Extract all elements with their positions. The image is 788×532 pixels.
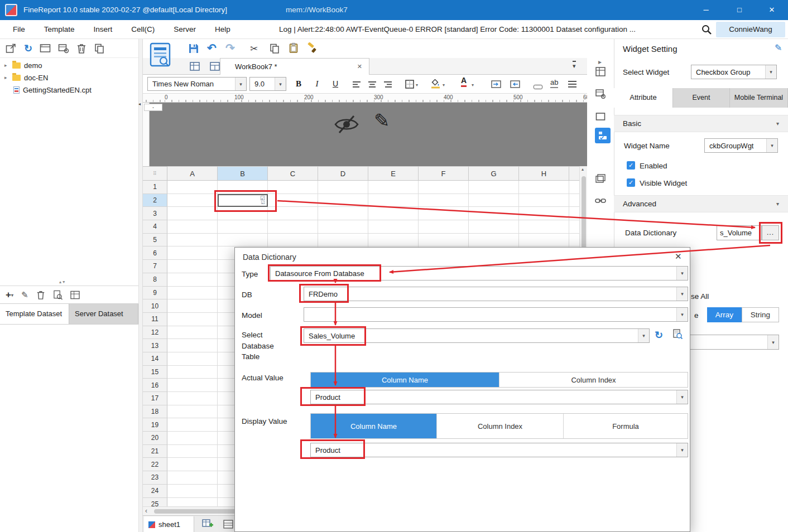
splitter-handle[interactable]: ▴ ▾ <box>59 279 65 284</box>
grid-cell-a19[interactable] <box>167 418 218 432</box>
add-sheet-button[interactable] <box>202 519 213 531</box>
log-alert-text[interactable]: Log | Alert:22:48:00 AWT-EventQueue-0 ER… <box>279 20 696 38</box>
grid-cell-g2[interactable] <box>469 194 519 207</box>
column-header-c[interactable]: C <box>268 166 318 181</box>
display-value-dropdown[interactable]: Product ▾ <box>310 443 688 457</box>
grid-cell-c4[interactable] <box>268 220 318 234</box>
grid-cell-g4[interactable] <box>469 220 519 234</box>
grid-cell-a25[interactable] <box>167 498 218 507</box>
float-element-icon[interactable] <box>595 112 606 123</box>
model-dropdown[interactable]: ▾ <box>304 307 688 322</box>
ruler-corner-box[interactable]: • <box>144 104 162 111</box>
enabled-checkbox[interactable]: ✓ <box>627 161 635 170</box>
row-header-14[interactable]: 14 <box>143 352 167 366</box>
grid-cell-d4[interactable] <box>318 220 368 234</box>
copy-button[interactable] <box>269 43 280 56</box>
grid-cell-f4[interactable] <box>419 220 469 234</box>
row-header-11[interactable]: 11 <box>143 313 167 326</box>
grid-cell-a2[interactable] <box>167 194 218 207</box>
sheet-tab-sheet1[interactable]: sheet1 <box>144 516 194 532</box>
grid-cell-d5[interactable] <box>318 234 368 247</box>
grid-cell-c3[interactable] <box>268 207 318 220</box>
cell-attribute-icon[interactable] <box>595 89 606 100</box>
tab-workbook7[interactable]: WorkBook7 * ✕ <box>220 58 369 75</box>
fill-color-button[interactable] <box>431 79 440 90</box>
basic-section-header[interactable]: Basic ▾ <box>614 115 788 132</box>
grid-cell-a14[interactable] <box>167 352 218 366</box>
grid-cell-a17[interactable] <box>167 392 218 405</box>
display-tab-formula[interactable]: Formula <box>563 414 688 438</box>
chevron-down-icon[interactable]: ▾ <box>472 83 474 88</box>
grid-cell-h2[interactable] <box>519 194 569 207</box>
row-header-6[interactable]: 6 <box>143 246 167 260</box>
sheet-list-icon[interactable] <box>223 520 233 530</box>
grid-cell-a20[interactable] <box>167 432 218 445</box>
border-button[interactable] <box>405 80 414 90</box>
tab-list-button[interactable]: ▾ <box>573 61 576 70</box>
grid-cell-c1[interactable] <box>268 181 318 194</box>
string-button[interactable]: String <box>742 307 779 322</box>
copy-template-icon[interactable] <box>94 43 105 54</box>
grid-cell-a15[interactable] <box>167 366 218 379</box>
select-all-corner[interactable]: ⠿ <box>143 166 167 181</box>
underline-button[interactable]: U <box>329 75 342 93</box>
row-header-21[interactable]: 21 <box>143 445 167 458</box>
row-header-12[interactable]: 12 <box>143 326 167 340</box>
delete-dataset-icon[interactable] <box>36 290 45 300</box>
preview-table-icon[interactable] <box>672 329 683 341</box>
tree-item-doc-en[interactable]: ▸doc-EN <box>0 71 138 84</box>
menu-item-help[interactable]: Help <box>205 20 240 38</box>
grid-cell-a3[interactable] <box>167 207 218 220</box>
refresh-table-icon[interactable]: ↻ <box>655 329 663 341</box>
save-button[interactable] <box>188 42 200 56</box>
chevron-right-icon[interactable]: ▸ <box>4 75 12 80</box>
chevron-right-icon[interactable]: ▸ <box>4 62 12 68</box>
undo-button[interactable]: ↶ <box>207 41 217 55</box>
align-left-icon[interactable] <box>353 81 361 90</box>
row-header-10[interactable]: 10 <box>143 299 167 313</box>
hyperlink-icon[interactable] <box>595 197 606 206</box>
grid-cell-a7[interactable] <box>167 260 218 273</box>
column-header-b[interactable]: B <box>218 166 268 181</box>
panel-splitter[interactable] <box>138 39 143 532</box>
dataset-tab-server-dataset[interactable]: Server Dataset <box>69 304 138 324</box>
dataset-config-icon[interactable] <box>70 291 80 299</box>
tab-event[interactable]: Event <box>673 88 730 108</box>
font-family-select[interactable]: Times New Roman ▾ <box>147 77 247 91</box>
grid-cell-e4[interactable] <box>368 220 419 234</box>
italic-button[interactable]: I <box>311 75 323 93</box>
preview-icon[interactable] <box>40 43 51 53</box>
menu-item-template[interactable]: Template <box>35 20 84 38</box>
grid-cell-a9[interactable] <box>167 287 218 300</box>
tree-item-gettingstarteden-cpt[interactable]: GettingStartedEN.cpt <box>0 84 138 96</box>
grid-cell-a13[interactable] <box>167 339 218 352</box>
hide-widget-icon[interactable] <box>334 114 359 137</box>
column-header-h[interactable]: H <box>519 166 569 181</box>
font-color-button[interactable]: A <box>461 76 467 87</box>
cut-button[interactable]: ✂ <box>250 43 258 55</box>
row-header-3[interactable]: 3 <box>143 207 167 220</box>
scroll-up-icon[interactable]: ▴ <box>582 167 584 172</box>
display-tab-column-name[interactable]: Column Name <box>311 414 436 438</box>
grid-cell-a10[interactable] <box>167 299 218 313</box>
grid-cell-g1[interactable] <box>469 181 519 194</box>
row-header-7[interactable]: 7 <box>143 260 167 273</box>
grid-cell-e1[interactable] <box>368 181 419 194</box>
template-mode-icon[interactable] <box>150 42 171 69</box>
row-header-4[interactable]: 4 <box>143 220 167 234</box>
bold-button[interactable]: B <box>292 75 305 93</box>
refresh-icon[interactable]: ↻ <box>24 42 32 55</box>
grid-cell-h1[interactable] <box>519 181 569 194</box>
grid-cell-a11[interactable] <box>167 313 218 326</box>
align-center-icon[interactable] <box>368 81 377 90</box>
grid-cell-a24[interactable] <box>167 485 218 498</box>
row-header-22[interactable]: 22 <box>143 458 167 471</box>
maximize-button[interactable]: □ <box>727 0 752 20</box>
row-header-13[interactable]: 13 <box>143 339 167 352</box>
display-tab-column-index[interactable]: Column Index <box>436 414 563 438</box>
actual-value-dropdown[interactable]: Product ▾ <box>310 390 688 404</box>
row-header-18[interactable]: 18 <box>143 405 167 419</box>
search-icon[interactable] <box>701 24 712 37</box>
collapse-left-icon[interactable]: ◂ <box>138 101 141 107</box>
grid-cell-b4[interactable] <box>218 220 268 234</box>
